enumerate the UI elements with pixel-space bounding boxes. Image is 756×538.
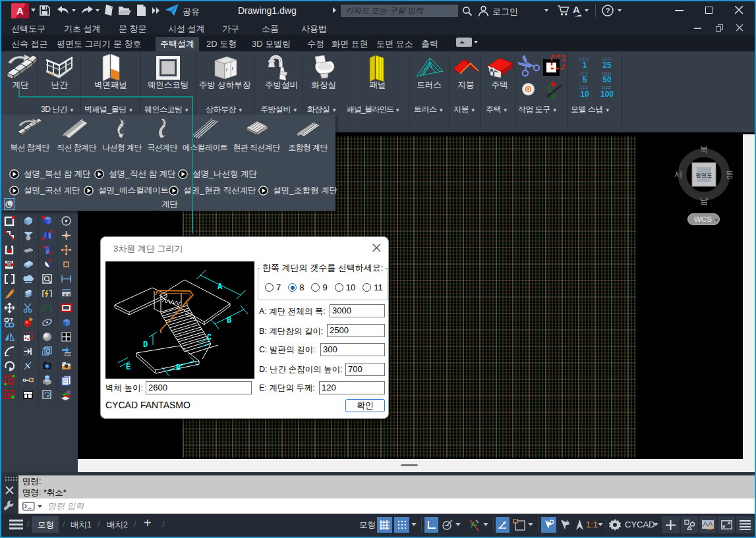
svg-text:B: B — [227, 316, 231, 325]
svg-text:평면도: 평면도 — [695, 172, 712, 178]
svg-text:동: 동 — [726, 169, 734, 179]
svg-text:25: 25 — [602, 61, 612, 70]
svg-text:D: D — [143, 340, 148, 350]
svg-text:남: 남 — [700, 196, 709, 205]
svg-text:?: ? — [606, 7, 610, 14]
svg-text:P: P — [7, 392, 11, 398]
svg-text:B: B — [176, 363, 181, 373]
svg-text:5: 5 — [583, 75, 587, 84]
svg-text:P: P — [7, 377, 11, 384]
svg-text:북: 북 — [700, 144, 709, 154]
svg-text:WMF: WMF — [65, 353, 73, 356]
svg-text:C: C — [207, 333, 212, 342]
svg-text:50: 50 — [602, 75, 612, 84]
svg-text:100: 100 — [600, 90, 614, 99]
svg-text:10: 10 — [580, 90, 589, 99]
svg-text:서: 서 — [674, 169, 683, 179]
svg-text:E: E — [126, 363, 131, 372]
svg-text:A: A — [218, 282, 223, 292]
svg-text:1: 1 — [583, 61, 587, 70]
